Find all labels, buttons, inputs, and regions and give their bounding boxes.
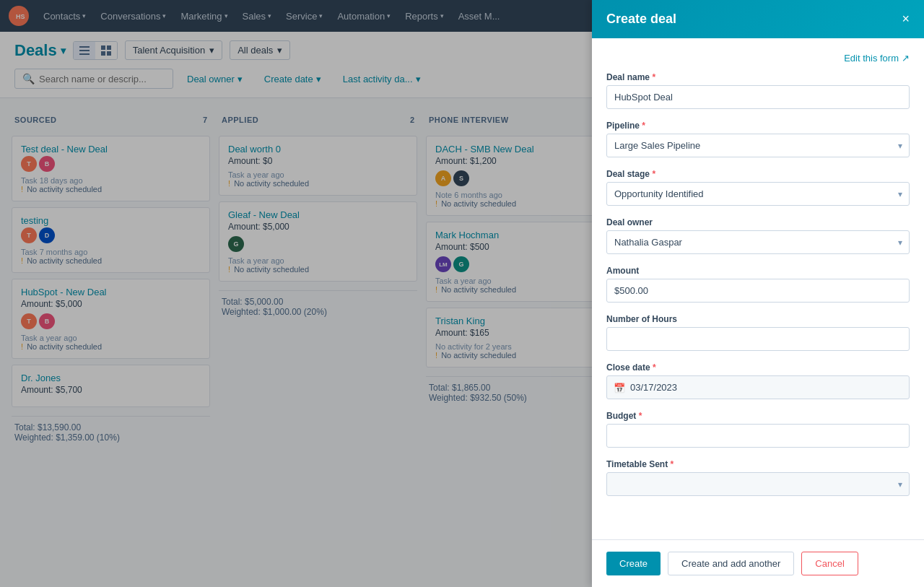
timetable-sent-select[interactable] [606, 472, 910, 496]
number-of-hours-label: Number of Hours [606, 314, 910, 324]
pipeline-group: Pipeline * Large Sales Pipeline Sales Pi… [606, 121, 910, 157]
required-star: * [652, 169, 655, 179]
required-star: * [642, 121, 645, 131]
amount-input[interactable] [606, 279, 910, 303]
edit-form-link[interactable]: Edit this form ↗ [844, 53, 910, 64]
budget-label: Budget * [606, 411, 910, 421]
deal-name-group: Deal name * [606, 72, 910, 109]
close-date-label: Close date * [606, 362, 910, 373]
amount-label: Amount [606, 266, 910, 276]
close-date-group: Close date * 📅 [606, 362, 910, 399]
close-date-wrapper: 📅 [606, 375, 910, 399]
deal-owner-select[interactable]: Nathalia Gaspar John Smith Jane Doe [606, 230, 910, 254]
panel-header: Create deal × [592, 0, 924, 38]
pipeline-select[interactable]: Large Sales Pipeline Sales Pipeline Defa… [606, 134, 910, 157]
calendar-icon: 📅 [614, 382, 625, 393]
panel-action-bar: Edit this form ↗ [606, 53, 910, 72]
budget-input[interactable] [606, 424, 910, 448]
external-link-icon: ↗ [902, 53, 910, 64]
create-deal-panel: Create deal × Edit this form ↗ Deal name… [592, 0, 924, 587]
timetable-sent-group: Timetable Sent * ▾ [606, 459, 910, 496]
budget-group: Budget * [606, 411, 910, 448]
panel-footer: Create Create and add another Cancel [592, 539, 924, 587]
required-star: * [670, 459, 674, 469]
page-layout: Deals ▾ [0, 32, 924, 587]
pipeline-select-wrapper: Large Sales Pipeline Sales Pipeline Defa… [606, 134, 910, 157]
required-star: * [639, 411, 642, 421]
panel-close-button[interactable]: × [902, 12, 910, 27]
panel-body: Edit this form ↗ Deal name * Pipeline * [592, 38, 924, 539]
deal-stage-select[interactable]: Opportunity Identified Qualified Proposa… [606, 182, 910, 206]
panel-overlay: Create deal × Edit this form ↗ Deal name… [0, 0, 924, 587]
deal-owner-select-wrapper: Nathalia Gaspar John Smith Jane Doe ▾ [606, 230, 910, 254]
deal-owner-label: Deal owner [606, 217, 910, 227]
deal-name-input[interactable] [606, 85, 910, 109]
deal-name-label: Deal name * [606, 72, 910, 82]
deal-stage-group: Deal stage * Opportunity Identified Qual… [606, 169, 910, 206]
timetable-sent-label: Timetable Sent * [606, 459, 910, 469]
required-star: * [653, 362, 656, 373]
create-add-another-button[interactable]: Create and add another [668, 552, 794, 575]
close-date-input[interactable] [606, 375, 910, 399]
required-star: * [652, 72, 655, 82]
deal-stage-select-wrapper: Opportunity Identified Qualified Proposa… [606, 182, 910, 206]
create-button[interactable]: Create [606, 552, 661, 575]
number-of-hours-group: Number of Hours [606, 314, 910, 351]
cancel-button[interactable]: Cancel [801, 552, 858, 575]
deal-owner-group: Deal owner Nathalia Gaspar John Smith Ja… [606, 217, 910, 254]
deal-stage-label: Deal stage * [606, 169, 910, 179]
pipeline-label: Pipeline * [606, 121, 910, 131]
number-of-hours-input[interactable] [606, 327, 910, 351]
panel-title: Create deal [606, 12, 676, 27]
timetable-sent-wrapper: ▾ [606, 472, 910, 496]
amount-group: Amount [606, 266, 910, 303]
